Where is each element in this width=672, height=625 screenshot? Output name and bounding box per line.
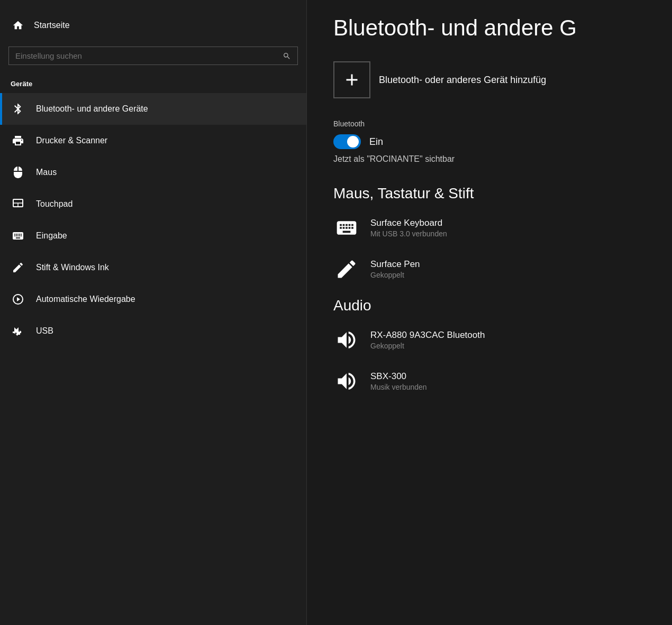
bluetooth-toggle[interactable] (333, 134, 361, 149)
device-status-pen: Gekoppelt (370, 271, 420, 279)
sidebar-item-touchpad-label: Touchpad (36, 199, 72, 209)
sidebar-section-label: Geräte (0, 76, 306, 93)
sidebar-item-maus-label: Maus (36, 168, 57, 177)
speaker-sbx300-icon (333, 368, 360, 394)
bluetooth-icon (11, 102, 25, 116)
device-info-keyboard: Surface Keyboard Mit USB 3.0 verbunden (370, 218, 447, 238)
device-item-rxa880[interactable]: RX-A880 9A3CAC Bluetooth Gekoppelt (333, 327, 646, 353)
device-info-sbx300: SBX-300 Musik verbunden (370, 371, 427, 391)
autoplay-icon (11, 292, 25, 307)
sidebar-item-autoplay-label: Automatische Wiedergabe (36, 295, 135, 304)
toggle-knob (347, 136, 359, 148)
bluetooth-visible-text: Jetzt als "ROCINANTE" sichtbar (333, 154, 646, 164)
maus-section-title: Maus, Tastatur & Stift (333, 185, 646, 202)
bluetooth-toggle-label: Ein (369, 136, 383, 148)
device-item-pen[interactable]: Surface Pen Gekoppelt (333, 256, 646, 282)
sidebar-item-eingabe[interactable]: Eingabe (0, 220, 306, 252)
keyboard-icon (11, 228, 25, 243)
device-item-sbx300[interactable]: SBX-300 Musik verbunden (333, 368, 646, 394)
device-name-sbx300: SBX-300 (370, 371, 427, 382)
pen-icon (11, 260, 25, 275)
plus-icon (342, 70, 361, 89)
add-device-box (333, 61, 370, 98)
page-title: Bluetooth- und andere G (333, 16, 646, 40)
sidebar-item-touchpad[interactable]: Touchpad (0, 188, 306, 220)
mouse-icon (11, 165, 25, 180)
sidebar-home[interactable]: Startseite (0, 11, 306, 40)
search-input[interactable] (15, 51, 277, 60)
touchpad-icon (11, 197, 25, 212)
device-item-keyboard[interactable]: Surface Keyboard Mit USB 3.0 verbunden (333, 215, 646, 241)
device-status-rxa880: Gekoppelt (370, 342, 485, 350)
sidebar-item-stift-label: Stift & Windows Ink (36, 263, 109, 272)
printer-icon (11, 133, 25, 148)
svg-marker-4 (17, 297, 20, 301)
add-device-label: Bluetooth- oder anderes Gerät hinzufüg (379, 75, 546, 86)
keyboard-device-icon (333, 215, 360, 241)
main-content: Bluetooth- und andere G Bluetooth- oder … (307, 0, 672, 625)
bluetooth-toggle-row: Ein (333, 134, 646, 149)
sidebar-item-maus[interactable]: Maus (0, 157, 306, 188)
search-icon (283, 52, 291, 60)
sidebar-item-bluetooth-label: Bluetooth- und andere Geräte (36, 104, 148, 114)
sidebar: Startseite Geräte Bluetooth- und andere … (0, 0, 307, 625)
sidebar-item-autoplay[interactable]: Automatische Wiedergabe (0, 283, 306, 315)
device-name-pen: Surface Pen (370, 259, 420, 270)
device-name-rxa880: RX-A880 9A3CAC Bluetooth (370, 330, 485, 341)
pen-device-icon (333, 256, 360, 282)
speaker-rxa880-icon (333, 327, 360, 353)
bluetooth-section-label: Bluetooth (333, 120, 646, 128)
sidebar-home-label: Startseite (34, 21, 70, 30)
sidebar-item-drucker-label: Drucker & Scanner (36, 136, 107, 145)
sidebar-item-drucker[interactable]: Drucker & Scanner (0, 125, 306, 157)
device-status-sbx300: Musik verbunden (370, 383, 427, 391)
sidebar-item-eingabe-label: Eingabe (36, 231, 67, 241)
home-icon (11, 18, 25, 33)
sidebar-item-bluetooth[interactable]: Bluetooth- und andere Geräte (0, 93, 306, 125)
device-status-keyboard: Mit USB 3.0 verbunden (370, 229, 447, 238)
sidebar-item-usb-label: USB (36, 326, 53, 336)
device-info-rxa880: RX-A880 9A3CAC Bluetooth Gekoppelt (370, 330, 485, 350)
device-info-pen: Surface Pen Gekoppelt (370, 259, 420, 279)
audio-section-title: Audio (333, 297, 646, 314)
search-box[interactable] (8, 47, 298, 65)
add-device-button[interactable]: Bluetooth- oder anderes Gerät hinzufüg (333, 61, 646, 98)
sidebar-item-usb[interactable]: USB (0, 315, 306, 347)
usb-icon (11, 324, 25, 338)
sidebar-item-stift[interactable]: Stift & Windows Ink (0, 252, 306, 283)
device-name-keyboard: Surface Keyboard (370, 218, 447, 228)
